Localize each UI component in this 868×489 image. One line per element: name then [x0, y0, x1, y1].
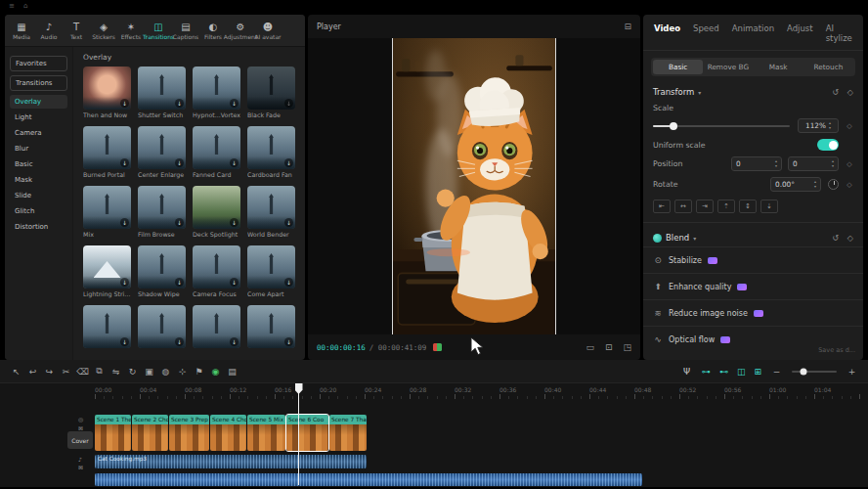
sidebar-item[interactable]: Light [10, 111, 67, 124]
rotate-dial[interactable] [828, 179, 839, 190]
transition-thumbnail[interactable]: ↓ [193, 245, 240, 289]
timeline-tool-icon[interactable]: ✂ [58, 367, 74, 377]
align-button[interactable]: ↕ [739, 200, 757, 213]
preview-quality-icon[interactable] [433, 343, 442, 351]
download-icon[interactable]: ↓ [120, 99, 129, 108]
download-icon[interactable]: ↓ [175, 99, 184, 108]
download-icon[interactable]: ↓ [284, 278, 293, 287]
keyframe-icon[interactable]: ◇ [846, 160, 853, 168]
chevron-down-icon[interactable]: ▾ [698, 89, 701, 96]
timeline-tool-icon[interactable]: ↪ [41, 367, 58, 377]
feature-row[interactable]: ⬆ Enhance quality [643, 273, 863, 299]
timeline-clip[interactable]: Scene 1 The [95, 415, 131, 451]
cover-button[interactable]: Cover [67, 431, 93, 449]
transition-thumbnail[interactable]: ↓ [247, 245, 295, 289]
transition-item[interactable]: ↓ Deck Spotlight [193, 186, 240, 239]
feature-row[interactable]: ⊙ Stabilize [643, 246, 863, 273]
download-icon[interactable]: ↓ [175, 218, 184, 227]
top-toolbar-item[interactable]: ▤ Captions [172, 22, 199, 40]
timeline-tool-icon[interactable]: ↩ [24, 367, 41, 377]
download-icon[interactable]: ↓ [230, 158, 239, 167]
transition-thumbnail[interactable]: ↓ [83, 245, 131, 289]
download-icon[interactable]: ↓ [175, 158, 184, 167]
keyframe-icon[interactable]: ◇ [847, 88, 853, 97]
download-icon[interactable]: ↓ [120, 337, 129, 346]
timeline-tool-icon[interactable]: ↻ [124, 367, 141, 377]
timeline-clip[interactable]: Scene 5 Mix [247, 415, 285, 451]
timeline-tool-icon[interactable]: ⇋ [108, 367, 124, 377]
timeline-clip[interactable]: Scene 4 Cho [210, 415, 246, 451]
audio-clip-cat-cooking[interactable]: Cat Cooking.mp3 [95, 455, 367, 468]
download-icon[interactable]: ↓ [120, 278, 129, 287]
transition-item[interactable]: ↓ [247, 305, 295, 358]
scale-slider[interactable] [653, 125, 790, 127]
transition-item[interactable]: ↓ Come Apart [247, 245, 295, 298]
transition-item[interactable]: ↓ Hypnot...Vortex [193, 67, 240, 119]
transition-thumbnail[interactable]: ↓ [193, 67, 240, 110]
position-y-input[interactable]: 0 ▴▾ [788, 156, 839, 171]
timeline-clip[interactable]: Scene 6 Coo [286, 415, 328, 451]
transition-item[interactable]: ↓ Fanned Card [193, 126, 240, 179]
align-button[interactable]: ↔ [674, 200, 692, 213]
position-y-stepper[interactable]: ▴▾ [832, 159, 834, 168]
inspector-tab[interactable]: AI stylize [826, 23, 852, 43]
transition-thumbnail[interactable]: ↓ [247, 67, 295, 110]
timeline-tool-icon[interactable]: ▤ [224, 367, 240, 377]
scale-value-input[interactable]: 112% ▴ ▾ [798, 118, 839, 133]
transition-thumbnail[interactable]: ↓ [193, 305, 240, 348]
keyframe-icon[interactable]: ◇ [847, 234, 853, 243]
top-toolbar-item[interactable]: ☻ AI avatar [254, 22, 282, 40]
zoom-in-icon[interactable]: + [844, 367, 860, 377]
timeline-toggle-icon[interactable]: ⊶ [702, 367, 711, 377]
sidebar-item[interactable]: Blur [10, 142, 67, 156]
inspector-tab[interactable]: Video [654, 23, 680, 43]
transition-item[interactable]: ↓ [193, 305, 240, 358]
sidebar-item[interactable]: Basic [10, 157, 67, 171]
transition-item[interactable]: ↓ Mix [83, 186, 131, 239]
video-preview[interactable] [392, 38, 556, 334]
player-control-icon[interactable]: ▭ [586, 342, 594, 352]
transition-item[interactable]: ↓ Film Browse [138, 186, 186, 239]
lock-track-icon[interactable]: ⊠ [78, 465, 83, 470]
top-toolbar-item[interactable]: T Text [63, 22, 90, 40]
timeline-tool-icon[interactable]: ⚑ [191, 367, 207, 377]
feature-row[interactable]: ≋ Reduce image noise [643, 299, 863, 326]
timeline-clip[interactable]: Scene 2 Cho [132, 415, 168, 451]
sidebar-item[interactable]: Slide [10, 189, 67, 202]
transition-thumbnail[interactable]: ↓ [83, 305, 131, 348]
timeline-clip[interactable]: Scene 7 Tha [329, 415, 367, 451]
transition-item[interactable]: ↓ Lightning Strike [83, 245, 131, 298]
reset-icon[interactable]: ↺ [832, 234, 839, 243]
transition-item[interactable]: ↓ [83, 305, 131, 358]
download-icon[interactable]: ↓ [230, 278, 239, 287]
keyframe-icon[interactable]: ◇ [846, 122, 853, 130]
transition-item[interactable]: ↓ Shadow Wipe [138, 245, 186, 298]
download-icon[interactable]: ↓ [120, 218, 129, 227]
keyframe-icon[interactable]: ◇ [846, 181, 853, 189]
timeline-tool-icon[interactable]: ◉ [207, 367, 224, 377]
titlebar-icon[interactable]: ≡ [9, 2, 15, 10]
position-x-stepper[interactable]: ▴▾ [775, 159, 777, 168]
top-toolbar-item[interactable]: ▦ Media [8, 22, 35, 40]
download-icon[interactable]: ↓ [284, 218, 293, 227]
sidebar-item[interactable]: Transitions [10, 75, 67, 91]
transition-item[interactable]: ↓ Camera Focus [193, 245, 240, 298]
playhead[interactable] [298, 383, 299, 485]
top-toolbar-item[interactable]: ♪ Audio [35, 22, 63, 40]
download-icon[interactable]: ↓ [284, 337, 293, 346]
top-toolbar-item[interactable]: ⚙ Adjustment [227, 22, 254, 40]
download-icon[interactable]: ↓ [230, 218, 239, 227]
sidebar-item[interactable]: Favorites [10, 56, 67, 71]
sidebar-item[interactable]: Overlay [10, 95, 67, 109]
transition-thumbnail[interactable]: ↓ [193, 126, 240, 169]
sidebar-item[interactable]: Camera [10, 126, 67, 140]
timeline-toggle-icon[interactable]: ⊷ [719, 367, 728, 377]
transition-item[interactable]: ↓ Black Fade [247, 67, 295, 119]
top-toolbar-item[interactable]: ◫ Transitions [145, 22, 172, 40]
player-options-icon[interactable]: ⊟ [624, 22, 631, 31]
rotate-input[interactable]: 0.00° ▴▾ [770, 177, 821, 192]
transition-thumbnail[interactable]: ↓ [138, 305, 186, 348]
mic-icon[interactable]: Ψ [678, 367, 695, 377]
sidebar-item[interactable]: Distortion [10, 220, 67, 234]
transition-thumbnail[interactable]: ↓ [83, 186, 131, 229]
